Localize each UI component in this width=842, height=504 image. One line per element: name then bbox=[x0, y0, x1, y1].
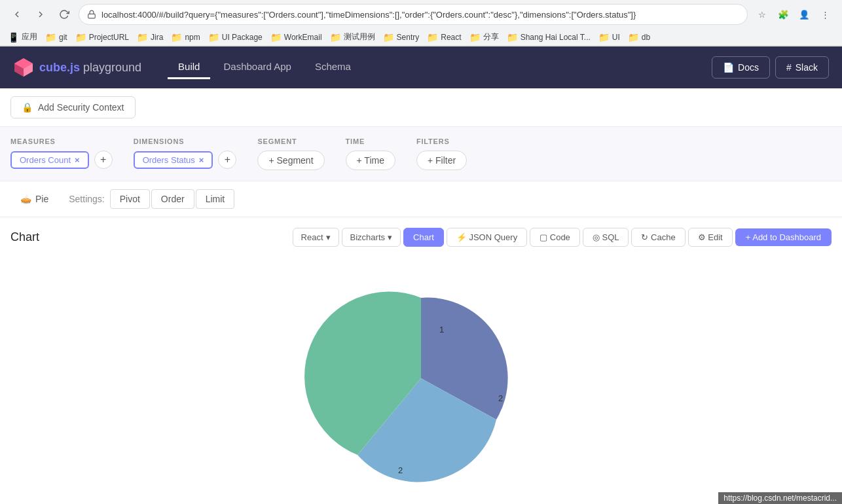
menu-button[interactable]: ⋮ bbox=[816, 5, 834, 24]
nav-tab-dashboard[interactable]: Dashboard App bbox=[213, 56, 301, 79]
cache-tab[interactable]: ↻ Cache bbox=[631, 228, 685, 247]
dimensions-label: DIMENSIONS bbox=[134, 137, 237, 145]
app-header: cube.js playground Build Dashboard App S… bbox=[0, 46, 842, 88]
address-bar[interactable]: localhost:4000/#/build?query={"measures"… bbox=[79, 4, 748, 25]
chart-title: Chart bbox=[10, 230, 39, 244]
json-query-tab[interactable]: ⚡ JSON Query bbox=[447, 228, 527, 247]
slack-icon: # bbox=[786, 62, 792, 73]
settings-options: Pivot Order Limit bbox=[110, 189, 234, 209]
react-framework-select[interactable]: React ▾ bbox=[293, 228, 339, 247]
logo: cube.js playground bbox=[13, 57, 141, 78]
measures-section: MEASURES Orders Count × + bbox=[10, 137, 113, 169]
orders-count-remove-button[interactable]: × bbox=[75, 155, 80, 165]
star-button[interactable]: ☆ bbox=[753, 5, 771, 24]
nav-tab-build[interactable]: Build bbox=[168, 56, 210, 79]
orders-status-remove-button[interactable]: × bbox=[199, 155, 204, 165]
main-content: 🔒 Add Security Context MEASURES Orders C… bbox=[0, 88, 842, 504]
pie-chart-area: 1 2 2 bbox=[10, 257, 832, 504]
bookmark-workemail[interactable]: 📁WorkEmail bbox=[270, 32, 322, 43]
bookmark-share[interactable]: 📁分享 bbox=[469, 31, 499, 43]
chart-view: Chart React ▾ Bizcharts ▾ Chart ⚡ JSON Q… bbox=[0, 217, 842, 504]
chart-tab[interactable]: Chart bbox=[403, 228, 444, 247]
header-actions: 📄 Docs # Slack bbox=[712, 56, 829, 79]
pie-label-1: 1 bbox=[439, 325, 444, 334]
add-filter-button[interactable]: + Filter bbox=[416, 151, 467, 170]
security-bar: 🔒 Add Security Context bbox=[0, 88, 842, 127]
orders-status-label: Orders Status bbox=[143, 155, 195, 165]
browser-chrome: localhost:4000/#/build?query={"measures"… bbox=[0, 0, 842, 46]
cache-icon: ↻ bbox=[641, 232, 648, 242]
order-button[interactable]: Order bbox=[151, 189, 194, 209]
code-tab[interactable]: ▢ Code bbox=[530, 228, 580, 247]
svg-rect-0 bbox=[88, 14, 96, 18]
filters-tags: + Filter bbox=[416, 151, 467, 170]
chevron-down-icon: ▾ bbox=[388, 232, 392, 242]
docs-icon: 📄 bbox=[723, 62, 734, 73]
bookmark-projecturl[interactable]: 📁ProjectURL bbox=[75, 32, 129, 43]
add-to-dashboard-button[interactable]: + Add to Dashboard bbox=[735, 228, 832, 246]
sql-icon: ◎ bbox=[593, 232, 600, 242]
main-nav: Build Dashboard App Schema bbox=[168, 56, 361, 79]
pie-label-3: 2 bbox=[398, 465, 403, 475]
measures-label: MEASURES bbox=[10, 137, 113, 145]
add-measure-button[interactable]: + bbox=[94, 151, 113, 169]
orders-status-tag: Orders Status × bbox=[134, 151, 213, 169]
pie-label-2: 2 bbox=[498, 393, 503, 403]
bookmark-testcases[interactable]: 📁测试用例 bbox=[330, 31, 375, 43]
url-text: localhost:4000/#/build?query={"measures"… bbox=[101, 10, 739, 20]
limit-button[interactable]: Limit bbox=[196, 189, 235, 209]
bookmark-uipackage[interactable]: 📁UI Package bbox=[208, 32, 263, 43]
nav-tab-schema[interactable]: Schema bbox=[304, 56, 361, 79]
chevron-down-icon: ▾ bbox=[326, 232, 331, 242]
segment-tags: + Segment bbox=[257, 151, 324, 170]
code-icon: ▢ bbox=[540, 232, 547, 242]
bizcharts-framework-select[interactable]: Bizcharts ▾ bbox=[342, 228, 401, 247]
add-segment-button[interactable]: + Segment bbox=[257, 151, 324, 170]
pivot-button[interactable]: Pivot bbox=[110, 189, 150, 209]
bookmark-db[interactable]: 📁db bbox=[628, 32, 650, 43]
add-time-button[interactable]: + Time bbox=[346, 151, 395, 170]
sql-tab[interactable]: ◎ SQL bbox=[583, 228, 629, 247]
orders-count-tag: Orders Count × bbox=[10, 151, 89, 169]
query-builder: MEASURES Orders Count × + DIMENSIONS Ord… bbox=[0, 127, 842, 181]
bookmark-npm[interactable]: 📁npm bbox=[171, 32, 200, 43]
lightning-icon: ⚡ bbox=[456, 232, 467, 242]
bookmark-apps[interactable]: 📱应用 bbox=[8, 31, 37, 43]
pie-chart-type-option[interactable]: 🥧 Pie bbox=[10, 189, 58, 209]
orders-count-label: Orders Count bbox=[20, 155, 71, 165]
add-security-context-button[interactable]: 🔒 Add Security Context bbox=[10, 96, 136, 118]
lock-icon: 🔒 bbox=[22, 102, 33, 113]
chart-toolbar: 🥧 Pie Settings: Pivot Order Limit bbox=[0, 181, 842, 217]
bookmark-sentry[interactable]: 📁Sentry bbox=[383, 32, 420, 43]
profile-button[interactable]: 👤 bbox=[795, 5, 813, 24]
bookmark-shanghai[interactable]: 📁Shang Hai Local T... bbox=[507, 32, 591, 43]
status-bar: https://blog.csdn.net/mestacrid... bbox=[718, 492, 842, 504]
time-tags: + Time bbox=[346, 151, 395, 170]
back-button[interactable] bbox=[8, 5, 26, 24]
settings-label: Settings: bbox=[69, 194, 104, 204]
edit-tab[interactable]: ⚙ Edit bbox=[688, 228, 733, 247]
reload-button[interactable] bbox=[55, 5, 73, 24]
segment-label: SEGMENT bbox=[257, 137, 324, 145]
dimensions-tags: Orders Status × + bbox=[134, 151, 237, 169]
segment-section: SEGMENT + Segment bbox=[257, 137, 324, 170]
bookmark-react[interactable]: 📁React bbox=[427, 32, 461, 43]
cubejs-logo-icon bbox=[13, 57, 34, 78]
docs-button[interactable]: 📄 Docs bbox=[712, 56, 770, 79]
dimensions-section: DIMENSIONS Orders Status × + bbox=[134, 137, 237, 169]
pie-chart-svg: 1 2 2 bbox=[297, 270, 545, 486]
chart-view-tabs: React ▾ Bizcharts ▾ Chart ⚡ JSON Query ▢… bbox=[293, 228, 832, 247]
logo-text: cube.js playground bbox=[39, 61, 141, 75]
slack-button[interactable]: # Slack bbox=[775, 56, 829, 79]
bookmark-git[interactable]: 📁git bbox=[45, 32, 67, 43]
add-dimension-button[interactable]: + bbox=[218, 151, 236, 169]
filters-section: FILTERS + Filter bbox=[416, 137, 467, 170]
forward-button[interactable] bbox=[31, 5, 50, 24]
bookmarks-bar: 📱应用 📁git 📁ProjectURL 📁Jira 📁npm 📁UI Pack… bbox=[0, 29, 842, 46]
bookmark-ui[interactable]: 📁UI bbox=[598, 32, 620, 43]
measures-tags: Orders Count × + bbox=[10, 151, 113, 169]
edit-icon: ⚙ bbox=[698, 232, 706, 242]
browser-toolbar: localhost:4000/#/build?query={"measures"… bbox=[0, 0, 842, 29]
bookmark-jira[interactable]: 📁Jira bbox=[137, 32, 163, 43]
extensions-button[interactable]: 🧩 bbox=[774, 5, 792, 24]
